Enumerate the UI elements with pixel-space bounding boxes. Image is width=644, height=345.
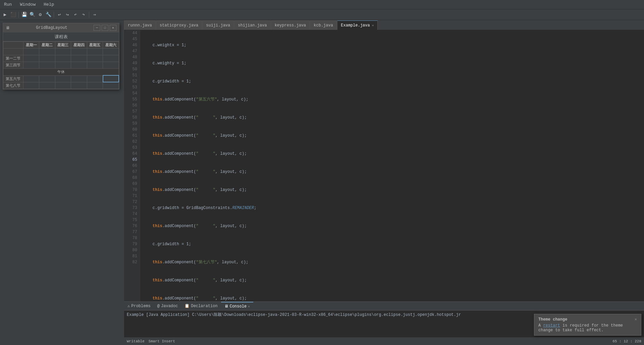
- status-insert: Smart Insert: [149, 339, 175, 343]
- editor-area: runnn.java staticproxy.java suiji.java s…: [124, 20, 644, 345]
- row-label-period78: 第七八节: [3, 82, 23, 89]
- notification-body: A restart is required for the theme chan…: [538, 323, 637, 333]
- minimize-button[interactable]: ─: [94, 25, 100, 31]
- table-row: 第三四节: [3, 62, 119, 69]
- tab-suiji[interactable]: suiji.java: [202, 20, 234, 30]
- tab-runnn-label: runnn.java: [128, 23, 152, 28]
- table-row: 第一二节: [3, 55, 119, 62]
- cell: [39, 49, 55, 55]
- notification-title: Theme change: [538, 317, 567, 322]
- tab-keypress[interactable]: keypress.java: [271, 20, 310, 30]
- schedule-table: 星期一 星期二 星期三 星期四 星期五 星期六: [3, 42, 119, 89]
- tab-example-label: Example.java: [341, 23, 370, 28]
- toolbar-btn-3[interactable]: 💾: [20, 11, 28, 18]
- toolbar-btn-2[interactable]: ⬛: [9, 11, 17, 18]
- maximize-button[interactable]: □: [102, 25, 108, 31]
- menu-bar: Run Window Help: [0, 0, 644, 9]
- toolbar: ▶ ⬛ 💾 🔍 ⚙ 🔧 ↩ ↪ ↶ ↷ ⇒: [0, 9, 644, 20]
- cell: [87, 49, 103, 55]
- cell: [23, 75, 39, 82]
- cell: [87, 82, 103, 89]
- toolbar-btn-11[interactable]: ⇒: [91, 11, 98, 18]
- cell: [23, 82, 39, 89]
- tab-staticproxy[interactable]: staticproxy.java: [156, 20, 202, 30]
- console-icon: 🖥: [224, 304, 228, 309]
- cell: [71, 82, 87, 89]
- bottom-tab-declaration[interactable]: 📋 Declaration: [181, 302, 221, 310]
- toolbar-btn-6[interactable]: 🔧: [45, 11, 52, 18]
- tab-shijian[interactable]: shijian.java: [234, 20, 270, 30]
- window-title: GridBagLayout: [36, 25, 67, 30]
- toolbar-btn-5[interactable]: ⚙: [37, 11, 44, 18]
- menu-help[interactable]: Help: [42, 1, 55, 8]
- lunch-label: 午休: [3, 69, 119, 76]
- toolbar-btn-1[interactable]: ▶: [1, 11, 9, 18]
- tab-kcb[interactable]: kcb.java: [310, 20, 337, 30]
- cell: [71, 62, 87, 69]
- console-tab-close[interactable]: ✕: [248, 304, 250, 308]
- code-content[interactable]: c.weightx = 1; c.weighty = 1; c.gridwidt…: [140, 30, 644, 301]
- cell: [87, 55, 103, 62]
- declaration-icon: 📋: [184, 303, 190, 308]
- toolbar-btn-4[interactable]: 🔍: [29, 11, 36, 18]
- menu-window[interactable]: Window: [18, 1, 37, 8]
- cell: [23, 55, 39, 62]
- table-row: [3, 49, 119, 55]
- toolbar-sep-1: [18, 12, 19, 18]
- toolbar-btn-8[interactable]: ↪: [64, 11, 71, 18]
- restart-link[interactable]: restart: [543, 323, 560, 328]
- tab-example[interactable]: Example.java ✕: [337, 20, 377, 30]
- cell: [23, 62, 39, 69]
- tab-shijian-label: shijian.java: [238, 23, 267, 28]
- code-editor[interactable]: 44 45 46 47 48 49 50 51 52 53 54 55 56 5…: [124, 30, 644, 301]
- table-row: 第五六节: [3, 75, 119, 82]
- cell: [87, 62, 103, 69]
- bottom-tab-console[interactable]: 🖥 Console ✕: [221, 302, 253, 310]
- window-title-bar: 🖥 GridBagLayout ─ □ ✕: [3, 23, 119, 32]
- cell: [103, 62, 119, 69]
- toolbar-btn-7[interactable]: ↩: [56, 11, 63, 18]
- cell: [55, 55, 71, 62]
- row-label-period34: 第三四节: [3, 62, 23, 69]
- bottom-tab-javadoc[interactable]: @ Javadoc: [154, 302, 181, 310]
- lunch-row: 午休: [3, 69, 119, 76]
- toolbar-btn-10[interactable]: ↷: [80, 11, 87, 18]
- console-label: Console: [230, 304, 247, 309]
- col-header-fri: 星期五: [87, 42, 103, 49]
- status-right: 65 : 12 : 228: [612, 339, 641, 343]
- tab-example-close[interactable]: ✕: [372, 23, 374, 27]
- menu-run[interactable]: Run: [3, 1, 13, 8]
- cell: [103, 82, 119, 89]
- cell: [39, 55, 55, 62]
- problems-label: Problems: [131, 304, 151, 308]
- table-title: 课程表: [3, 32, 119, 42]
- tab-staticproxy-label: staticproxy.java: [160, 23, 198, 28]
- col-header-mon: 星期一: [23, 42, 39, 49]
- problems-icon: ⚠: [127, 303, 130, 308]
- col-header-tue: 星期二: [39, 42, 55, 49]
- status-writable: Writable: [127, 339, 145, 343]
- cell: [55, 75, 71, 82]
- toolbar-btn-9[interactable]: ↶: [72, 11, 79, 18]
- floating-window: 🖥 GridBagLayout ─ □ ✕ 课程表 星期一 星期二 星期三 星期…: [3, 23, 119, 89]
- line-numbers: 44 45 46 47 48 49 50 51 52 53 54 55 56 5…: [124, 30, 140, 301]
- cell: [39, 62, 55, 69]
- close-button[interactable]: ✕: [110, 25, 116, 31]
- tab-runnn[interactable]: runnn.java: [124, 20, 156, 30]
- cell: [71, 49, 87, 55]
- toolbar-sep-2: [54, 12, 54, 18]
- row-label-period56: 第五六节: [3, 75, 23, 82]
- toolbar-sep-3: [89, 12, 89, 18]
- notification-close-button[interactable]: ✕: [635, 317, 637, 322]
- cell: [55, 82, 71, 89]
- tab-keypress-label: keypress.java: [275, 23, 306, 28]
- table-row: 第七八节: [3, 82, 119, 89]
- col-header-sat: 星期六: [103, 42, 119, 49]
- window-controls: ─ □ ✕: [94, 25, 116, 31]
- cell: [55, 62, 71, 69]
- cell: [39, 82, 55, 89]
- javadoc-label: Javadoc: [161, 304, 178, 308]
- notification-popup: Theme change ✕ A restart is required for…: [534, 314, 641, 336]
- bottom-tab-problems[interactable]: ⚠ Problems: [124, 302, 154, 310]
- tab-suiji-label: suiji.java: [206, 23, 230, 28]
